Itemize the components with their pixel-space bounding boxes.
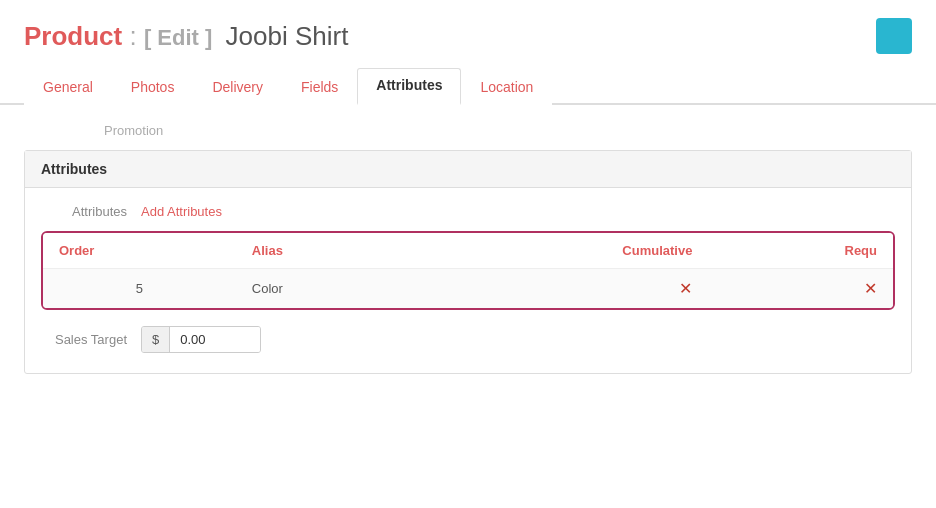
cumulative-delete-icon[interactable]: ✕ xyxy=(679,280,692,297)
cell-order: 5 xyxy=(43,269,236,309)
cell-alias: Color xyxy=(236,269,416,309)
section-title: Attributes xyxy=(25,151,911,188)
attributes-section: Attributes Attributes Add Attributes Ord… xyxy=(24,150,912,374)
add-attributes-link[interactable]: Add Attributes xyxy=(141,204,222,219)
required-delete-icon[interactable]: ✕ xyxy=(864,280,877,297)
page-title: Product : [ Edit ] Joobi Shirt xyxy=(24,21,348,52)
tab-attributes[interactable]: Attributes xyxy=(357,68,461,105)
sales-target-prefix: $ xyxy=(142,327,170,352)
sales-target-row: Sales Target $ xyxy=(41,326,895,353)
section-body: Attributes Add Attributes Order Alias Cu… xyxy=(25,188,911,373)
product-name-label: Joobi Shirt xyxy=(226,21,349,51)
cell-required[interactable]: ✕ xyxy=(708,269,893,309)
attributes-row: Attributes Add Attributes xyxy=(41,204,895,219)
attributes-row-label: Attributes xyxy=(41,204,141,219)
sales-target-input[interactable] xyxy=(170,327,260,352)
attributes-table: Order Alias Cumulative Requ 5 Color ✕ xyxy=(43,233,893,308)
tab-general[interactable]: General xyxy=(24,70,112,105)
tabs-bar: General Photos Delivery Fields Attribute… xyxy=(0,68,936,105)
separator: : xyxy=(129,21,143,51)
col-alias: Alias xyxy=(236,233,416,269)
tab-photos[interactable]: Photos xyxy=(112,70,194,105)
action-button[interactable] xyxy=(876,18,912,54)
table-row: 5 Color ✕ ✕ xyxy=(43,269,893,309)
col-required: Requ xyxy=(708,233,893,269)
sales-target-label: Sales Target xyxy=(41,332,141,347)
col-cumulative: Cumulative xyxy=(416,233,708,269)
edit-label: [ Edit ] xyxy=(144,25,212,50)
page-header: Product : [ Edit ] Joobi Shirt xyxy=(0,0,936,64)
tab-location[interactable]: Location xyxy=(461,70,552,105)
promotion-label: Promotion xyxy=(104,123,912,138)
tab-delivery[interactable]: Delivery xyxy=(193,70,282,105)
sales-target-input-group: $ xyxy=(141,326,261,353)
cell-cumulative[interactable]: ✕ xyxy=(416,269,708,309)
content-area: Promotion Attributes Attributes Add Attr… xyxy=(0,105,936,392)
table-header-row: Order Alias Cumulative Requ xyxy=(43,233,893,269)
attributes-table-wrapper: Order Alias Cumulative Requ 5 Color ✕ xyxy=(41,231,895,310)
product-label: Product xyxy=(24,21,122,51)
tab-fields[interactable]: Fields xyxy=(282,70,357,105)
col-order: Order xyxy=(43,233,236,269)
